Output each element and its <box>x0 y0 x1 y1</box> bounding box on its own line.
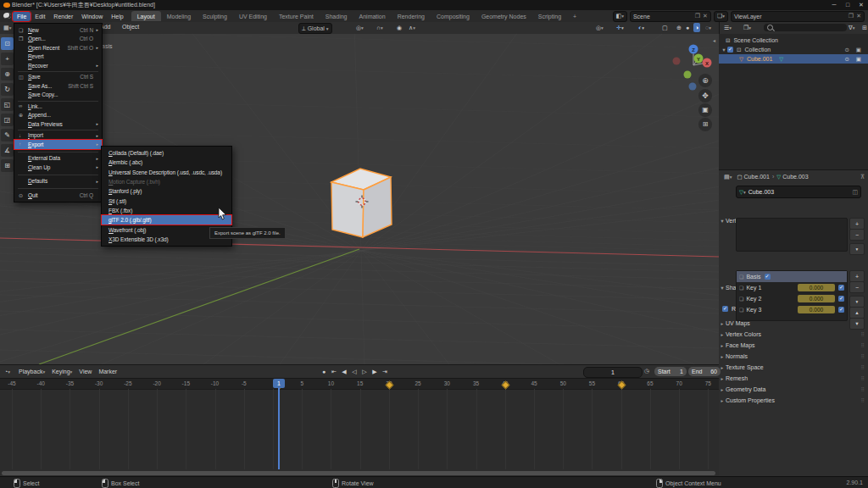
file-menu-item-link[interactable]: ∞Link... <box>14 102 102 111</box>
timeline-editor-type-button[interactable]: ◔▾ <box>3 367 12 376</box>
section-remesh[interactable]: ▸Remesh⠿ <box>719 373 868 384</box>
move-shape-key-down-button[interactable]: ▼ <box>849 318 865 330</box>
outliner-row-cube[interactable]: ▽ Cube.001 ▽ ⊙ ▣ <box>719 54 868 64</box>
previous-keyframe-button[interactable]: ◀ <box>339 369 349 375</box>
timeline-menu-playback[interactable]: Playback ▾ <box>15 368 48 375</box>
breadcrumb-object[interactable]: Cube.001 <box>744 174 770 180</box>
move-tool-button[interactable]: ⊕ <box>1 68 14 80</box>
viewlayer-selector[interactable]: ViewLayer ❐ ✕ <box>731 11 865 22</box>
overlays-toggle[interactable]: ◐▾ <box>637 23 646 32</box>
add-workspace-button[interactable]: + <box>567 11 582 21</box>
export-menu-item-universal-scene-description-usd-usdc-usda[interactable]: Universal Scene Description (.usd, .usdc… <box>102 168 231 177</box>
section-texture-space[interactable]: ▸Texture Space⠿ <box>719 362 868 373</box>
mesh-name-field[interactable]: ▽ ▾ Cube.003 ◫ <box>736 186 861 198</box>
file-menu-item-quit[interactable]: ⊙QuitCtrl Q <box>14 191 102 200</box>
file-menu-item-defaults[interactable]: Defaults▸ <box>14 177 102 186</box>
file-menu-item-save-copy[interactable]: Save Copy... <box>14 91 102 100</box>
workspace-tab-layout[interactable]: Layout <box>131 11 161 21</box>
shading-wireframe-button[interactable]: ⊕ <box>675 23 683 32</box>
add-vertex-group-button[interactable]: + <box>849 218 865 230</box>
shape-key-value-slider[interactable]: 0.000 <box>798 306 835 313</box>
disable-render-camera-icon[interactable]: ▣ <box>856 47 861 53</box>
proportional-editing-toggle[interactable]: ◉ <box>395 23 403 32</box>
export-menu-item-gltf-2-0-glb-gltf[interactable]: glTF 2.0 (.glb/.gltf) <box>102 215 231 225</box>
vertex-group-specials-dropdown[interactable]: ▾ <box>849 243 865 255</box>
properties-editor-type-button[interactable]: ▤▾ <box>722 172 733 181</box>
measure-tool-button[interactable]: ∡ <box>1 144 14 157</box>
outliner-editor-type-button[interactable]: ☰▾ <box>722 23 733 32</box>
scene-type-icon[interactable]: ◧▾ <box>613 11 627 22</box>
shape-keys-list[interactable]: ❏Basis✓❏Key 10.000✓❏Key 20.000✓❏Key 30.0… <box>736 270 848 321</box>
unlink-scene-icon[interactable]: ✕ <box>703 13 708 19</box>
workspace-tab-uv-editing[interactable]: UV Editing <box>233 11 273 21</box>
jump-to-start-button[interactable]: ⇤ <box>329 369 339 375</box>
section-face-maps[interactable]: ▸Face Maps⠿ <box>719 340 868 351</box>
breadcrumb-data[interactable]: Cube.003 <box>782 174 808 180</box>
menubar-item-file[interactable]: File <box>13 12 31 21</box>
outliner-row-scene-collection[interactable]: ⊟ Scene Collection <box>719 36 868 45</box>
xray-toggle[interactable]: ▢ <box>660 23 670 32</box>
new-scene-icon[interactable]: ❐ <box>695 13 700 19</box>
menubar-item-window[interactable]: Window <box>77 12 107 21</box>
transform-orientation-dropdown[interactable]: ⟂ Global ▾ <box>298 23 332 34</box>
file-menu-item-new[interactable]: ❏NewCtrl N▸ <box>14 25 102 35</box>
zoom-view-button[interactable]: ⊕ <box>698 74 712 87</box>
workspace-tab-animation[interactable]: Animation <box>353 11 392 21</box>
shape-key-row-key-2[interactable]: ❏Key 20.000✓ <box>737 293 847 304</box>
menubar-item-help[interactable]: Help <box>107 12 127 21</box>
shape-key-value-slider[interactable]: 0.000 <box>798 295 835 302</box>
workspace-tab-rendering[interactable]: Rendering <box>392 11 431 21</box>
remove-vertex-group-button[interactable]: − <box>849 229 865 241</box>
remove-viewlayer-icon[interactable]: ✕ <box>856 13 861 19</box>
outliner-display-mode-dropdown[interactable]: ❐▾ <box>742 23 753 32</box>
annotate-tool-button[interactable]: ✎ <box>1 129 14 141</box>
timeline-scrollbar[interactable] <box>2 471 715 475</box>
add-shape-key-button[interactable]: + <box>849 270 865 282</box>
sidebar-collapse-icon[interactable]: ◂ <box>713 37 715 43</box>
move-shape-key-up-button[interactable]: ▲ <box>849 307 865 319</box>
timeline-menu-marker[interactable]: Marker <box>95 368 120 375</box>
object-menu[interactable]: Object <box>119 23 142 30</box>
file-menu-item-save[interactable]: ◫SaveCtrl S <box>14 73 102 82</box>
shape-key-mute-checkbox[interactable]: ✓ <box>765 274 771 280</box>
scale-tool-button[interactable]: ◱ <box>1 98 14 111</box>
hide-eye-icon[interactable]: ⊙ <box>845 56 849 63</box>
cursor-tool-button[interactable]: + <box>1 53 14 65</box>
workspace-tab-modeling[interactable]: Modeling <box>161 11 197 21</box>
file-menu-item-append[interactable]: ⊕Append... <box>14 111 102 120</box>
current-frame-marker[interactable]: 1 <box>273 379 285 388</box>
file-menu-item-export[interactable]: ↑Export▸ <box>14 140 102 149</box>
file-menu-item-revert[interactable]: Revert <box>14 53 102 62</box>
outliner-options-icon[interactable]: ⊞ <box>860 23 868 32</box>
section-normals[interactable]: ▸Normals⠿ <box>719 351 868 362</box>
section-custom-properties[interactable]: ▸Custom Properties⠿ <box>719 395 868 406</box>
shape-key-row-key-3[interactable]: ❏Key 30.000✓ <box>737 304 847 315</box>
viewlayer-type-icon[interactable]: ❏▾ <box>714 11 728 22</box>
file-menu-item-open-recent[interactable]: Open RecentShift Ctrl O▸ <box>14 43 102 53</box>
new-viewlayer-icon[interactable]: ❐ <box>849 13 854 19</box>
axis-ball-neg-z[interactable] <box>689 83 697 91</box>
hide-eye-icon[interactable]: ⊙ <box>845 47 849 53</box>
shape-key-specials-dropdown[interactable]: ▾ <box>849 296 865 308</box>
shape-key-row-key-1[interactable]: ❏Key 10.000✓ <box>737 282 847 293</box>
workspace-tab-geometry-nodes[interactable]: Geometry Nodes <box>476 11 532 21</box>
shading-solid-button[interactable]: ● <box>684 23 691 32</box>
shape-key-mute-checkbox[interactable]: ✓ <box>838 296 844 302</box>
workspace-tab-scripting[interactable]: Scripting <box>532 11 567 21</box>
outliner-row-collection[interactable]: ▼ ✓ ⊡ Collection ⊙ ▣ <box>719 45 868 54</box>
pan-view-button[interactable]: ✥ <box>698 89 712 103</box>
workspace-tab-texture-paint[interactable]: Texture Paint <box>273 11 320 21</box>
navigation-gizmo[interactable]: Z Y X <box>666 39 719 93</box>
use-preview-range-icon[interactable]: ◷ <box>644 368 649 374</box>
vertex-groups-list[interactable] <box>736 218 848 252</box>
file-menu-item-open[interactable]: ❒Open...Ctrl O <box>14 35 102 44</box>
play-reverse-button[interactable]: ◁ <box>349 369 359 375</box>
export-menu-item-collada-default-dae[interactable]: Collada (Default) (.dae) <box>102 148 231 158</box>
jump-to-end-button[interactable]: ⇥ <box>380 369 390 375</box>
object-visibility-dropdown[interactable]: ◎▾ <box>594 23 605 32</box>
file-menu-item-save-as[interactable]: Save As...Shift Ctrl S <box>14 81 102 91</box>
cube-object[interactable] <box>331 169 392 237</box>
collection-checkbox[interactable]: ✓ <box>727 47 733 53</box>
end-frame-field[interactable]: End60 <box>688 367 721 376</box>
outliner-filter-dropdown[interactable]: ∇▾ <box>847 23 856 32</box>
